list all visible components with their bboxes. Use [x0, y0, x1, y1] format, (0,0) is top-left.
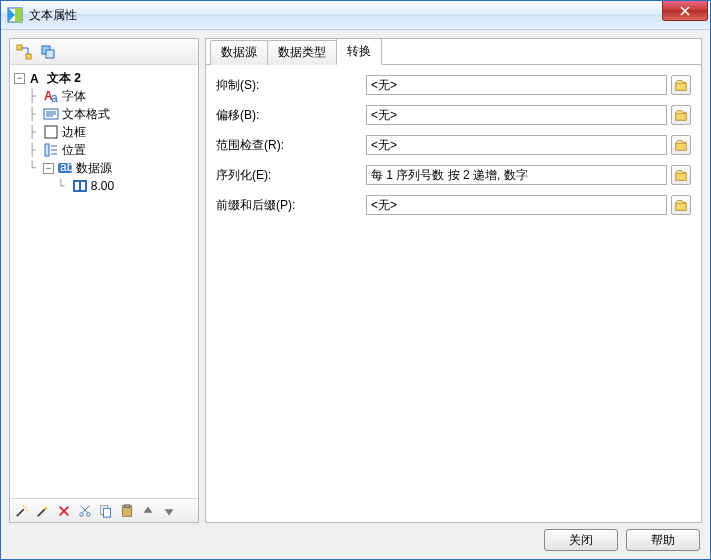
position-icon [43, 142, 59, 158]
browse-button[interactable] [671, 75, 691, 95]
copy-icon[interactable] [96, 501, 116, 521]
svg-rect-25 [103, 508, 110, 517]
tab-datasource[interactable]: 数据源 [210, 40, 268, 65]
svg-rect-17 [75, 182, 79, 190]
cut-icon[interactable] [75, 501, 95, 521]
row-offset: 偏移(B): [216, 105, 691, 125]
row-range: 范围检查(R): [216, 135, 691, 155]
svg-point-21 [22, 504, 24, 506]
label-offset: 偏移(B): [216, 107, 366, 124]
tree-item-position[interactable]: ├ 位置 [12, 141, 196, 159]
dialog-body: − A 文本 2 ├ Aa 字体 ├ 文本格式 [1, 30, 710, 559]
app-icon [7, 7, 23, 23]
paste-icon[interactable] [117, 501, 137, 521]
input-range[interactable] [366, 135, 667, 155]
tree-item-textformat[interactable]: ├ 文本格式 [12, 105, 196, 123]
svg-rect-27 [124, 504, 129, 507]
label-range: 范围检查(R): [216, 137, 366, 154]
row-prefsuf: 前缀和后缀(P): [216, 195, 691, 215]
tree-item-label: 边框 [62, 124, 86, 141]
browse-button[interactable] [671, 105, 691, 125]
main-area: − A 文本 2 ├ Aa 字体 ├ 文本格式 [9, 38, 702, 523]
input-suppress[interactable] [366, 75, 667, 95]
browse-button[interactable] [671, 135, 691, 155]
text-root-icon: A [28, 70, 44, 86]
tree-root[interactable]: − A 文本 2 [12, 69, 196, 87]
label-prefsuf: 前缀和后缀(P): [216, 197, 366, 214]
input-serialize[interactable] [366, 165, 667, 185]
svg-rect-28 [676, 83, 687, 90]
connector-icon[interactable] [14, 42, 34, 62]
delete-icon[interactable] [54, 501, 74, 521]
tree-toolbar [10, 39, 198, 65]
collapse-icon[interactable]: − [43, 163, 54, 174]
cascade-icon[interactable] [38, 42, 58, 62]
font-icon: Aa [43, 88, 59, 104]
svg-rect-13 [45, 144, 49, 156]
tab-content: 抑制(S): 偏移(B): 范围检查(R [206, 65, 701, 522]
svg-rect-29 [676, 113, 687, 120]
svg-point-22 [80, 512, 84, 516]
tabs: 数据源 数据类型 转换 [206, 39, 701, 65]
tree-item-datasource[interactable]: └ − ab 数据源 [12, 159, 196, 177]
svg-text:ab: ab [60, 160, 73, 174]
svg-rect-2 [26, 54, 31, 59]
label-serialize: 序列化(E): [216, 167, 366, 184]
svg-rect-4 [46, 50, 54, 58]
svg-text:a: a [51, 91, 58, 104]
window-title: 文本属性 [29, 7, 77, 24]
row-suppress: 抑制(S): [216, 75, 691, 95]
svg-rect-32 [676, 203, 687, 210]
border-icon [43, 124, 59, 140]
svg-rect-12 [45, 126, 57, 138]
row-serialize: 序列化(E): [216, 165, 691, 185]
svg-point-23 [87, 512, 91, 516]
tree-bottom-toolbar [10, 498, 198, 522]
dialog-footer: 关闭 帮助 [9, 529, 702, 551]
svg-rect-18 [81, 182, 85, 190]
dialog-window: 文本属性 − A 文本 2 [0, 0, 711, 560]
tree-item-datavalue[interactable]: └ 8.00 [12, 177, 196, 195]
titlebar[interactable]: 文本属性 [1, 1, 710, 30]
tree-pane: − A 文本 2 ├ Aa 字体 ├ 文本格式 [9, 38, 199, 523]
tab-datatype[interactable]: 数据类型 [267, 40, 337, 65]
tree-item-label: 字体 [62, 88, 86, 105]
tab-transform[interactable]: 转换 [336, 38, 382, 65]
input-offset[interactable] [366, 105, 667, 125]
tree-root-label: 文本 2 [47, 70, 81, 87]
up-icon[interactable] [138, 501, 158, 521]
collapse-icon[interactable]: − [14, 73, 25, 84]
tree-item-label: 文本格式 [62, 106, 110, 123]
input-prefsuf[interactable] [366, 195, 667, 215]
browse-button[interactable] [671, 165, 691, 185]
tree-item-label: 位置 [62, 142, 86, 159]
tab-label: 数据类型 [278, 45, 326, 59]
svg-point-20 [26, 509, 28, 511]
tab-label: 数据源 [221, 45, 257, 59]
tab-label: 转换 [347, 44, 371, 58]
tree-item-label: 8.00 [91, 179, 114, 193]
close-button[interactable] [662, 1, 708, 21]
wand-icon[interactable] [12, 501, 32, 521]
button-label: 关闭 [569, 532, 593, 549]
help-button[interactable]: 帮助 [626, 529, 700, 551]
sparkwand-icon[interactable] [33, 501, 53, 521]
browse-button[interactable] [671, 195, 691, 215]
textformat-icon [43, 106, 59, 122]
svg-rect-30 [676, 143, 687, 150]
label-suppress: 抑制(S): [216, 77, 366, 94]
tree[interactable]: − A 文本 2 ├ Aa 字体 ├ 文本格式 [10, 65, 198, 498]
tree-item-border[interactable]: ├ 边框 [12, 123, 196, 141]
down-icon[interactable] [159, 501, 179, 521]
close-dialog-button[interactable]: 关闭 [544, 529, 618, 551]
svg-point-19 [25, 506, 27, 508]
tree-item-font[interactable]: ├ Aa 字体 [12, 87, 196, 105]
datasource-icon: ab [57, 160, 73, 176]
properties-pane: 数据源 数据类型 转换 抑制(S): 偏移(B): [205, 38, 702, 523]
svg-text:A: A [30, 72, 39, 86]
datavalue-icon [72, 178, 88, 194]
svg-rect-1 [17, 45, 22, 50]
button-label: 帮助 [651, 532, 675, 549]
tree-item-label: 数据源 [76, 160, 112, 177]
svg-rect-31 [676, 173, 687, 180]
